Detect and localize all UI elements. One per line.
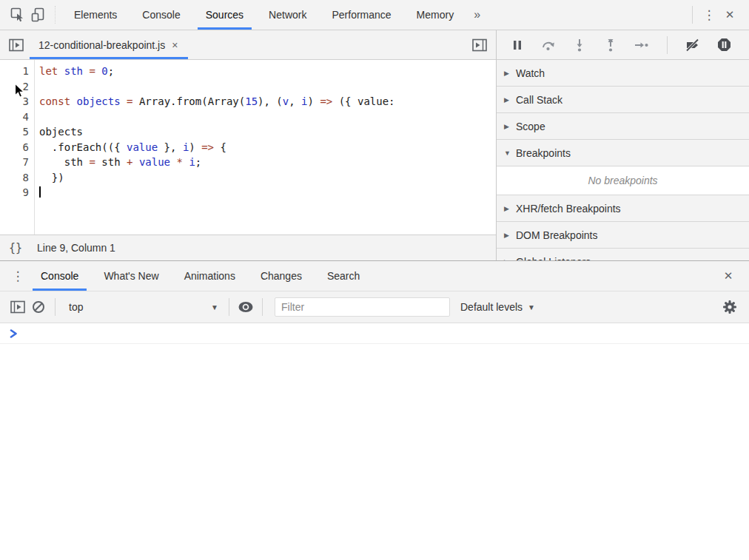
inspect-element-button[interactable] bbox=[7, 4, 28, 25]
step-into-button[interactable] bbox=[568, 35, 591, 55]
devtools-menu-button[interactable]: ⋮ bbox=[699, 4, 719, 25]
step-over-button[interactable] bbox=[537, 35, 560, 55]
console-messages-area[interactable] bbox=[0, 323, 749, 560]
show-navigator-button[interactable] bbox=[6, 35, 27, 55]
editor-line[interactable]: 7 sth = sth + value * i; bbox=[0, 155, 496, 170]
tab-memory[interactable]: Memory bbox=[404, 0, 467, 30]
create-live-expression-button[interactable] bbox=[235, 297, 256, 317]
line-number[interactable]: 1 bbox=[0, 64, 35, 79]
editor-line[interactable]: 2 bbox=[0, 79, 496, 95]
line-number[interactable]: 3 bbox=[0, 94, 35, 109]
file-tab-bar: 12-conditional-breakpoint.js × bbox=[0, 30, 496, 60]
console-settings-button[interactable] bbox=[719, 297, 740, 317]
sidebar-section-global-listeners[interactable]: ▶ Global Listeners bbox=[497, 249, 749, 260]
editor-line[interactable]: 3const objects = Array.from(Array(15), (… bbox=[0, 94, 496, 109]
sidebar-section-scope[interactable]: ▶ Scope bbox=[497, 113, 749, 140]
line-number[interactable]: 8 bbox=[0, 170, 35, 186]
pause-icon bbox=[511, 39, 523, 51]
code-text: const objects = Array.from(Array(15), (v… bbox=[35, 94, 395, 109]
editor-line[interactable]: 5objects bbox=[0, 124, 496, 140]
console-prompt[interactable] bbox=[0, 323, 749, 344]
line-number[interactable]: 6 bbox=[0, 140, 35, 155]
log-levels-value: Default levels bbox=[460, 301, 523, 313]
code-token: v bbox=[283, 95, 289, 107]
deactivate-breakpoints-button[interactable] bbox=[681, 35, 705, 55]
section-label: Global Listeners bbox=[516, 256, 591, 261]
code-token: { bbox=[214, 141, 226, 153]
more-tabs-button[interactable]: » bbox=[466, 8, 488, 21]
log-levels-selector[interactable]: Default levels ▼ bbox=[460, 301, 535, 313]
close-drawer-button[interactable]: ✕ bbox=[718, 266, 739, 286]
chevron-right-icon: ▶ bbox=[504, 232, 516, 239]
dropdown-arrow-icon: ▼ bbox=[211, 303, 218, 311]
editor-line[interactable]: 1let sth = 0; bbox=[0, 64, 496, 79]
console-filter-input[interactable] bbox=[275, 297, 450, 317]
sidebar-right-toggle-icon bbox=[471, 38, 488, 53]
editor-line[interactable]: 8 }) bbox=[0, 170, 496, 186]
show-debugger-sidebar-button[interactable] bbox=[469, 35, 490, 55]
toolbar-separator bbox=[55, 6, 56, 24]
line-number[interactable]: 7 bbox=[0, 155, 35, 170]
sidebar-section-xhr-fetch-breakpoints[interactable]: ▶ XHR/fetch Breakpoints bbox=[497, 195, 749, 222]
editor-line[interactable]: 9 bbox=[0, 185, 496, 200]
close-file-tab-icon[interactable]: × bbox=[172, 39, 178, 51]
panel-tabs: Elements Console Sources Network Perform… bbox=[61, 0, 488, 30]
eye-icon bbox=[238, 301, 254, 313]
drawer: ⋮ Console What's New Animations Changes … bbox=[0, 260, 749, 560]
sidebar-section-dom-breakpoints[interactable]: ▶ DOM Breakpoints bbox=[497, 222, 749, 249]
line-number[interactable]: 2 bbox=[0, 79, 35, 95]
line-number[interactable]: 4 bbox=[0, 109, 35, 125]
code-text: .forEach(({ value }, i) => { bbox=[35, 140, 226, 155]
section-label: XHR/fetch Breakpoints bbox=[516, 203, 621, 215]
code-token: , bbox=[289, 95, 301, 107]
console-toolbar: top ▼ Default levels ▼ bbox=[0, 291, 749, 323]
code-token: .forEach(({ bbox=[39, 141, 127, 153]
code-editor[interactable]: 1let sth = 0;23const objects = Array.fro… bbox=[0, 60, 496, 235]
drawer-tab-search[interactable]: Search bbox=[315, 261, 372, 291]
tab-sources[interactable]: Sources bbox=[193, 0, 256, 30]
toolbar-separator bbox=[692, 6, 693, 24]
line-number[interactable]: 9 bbox=[0, 185, 35, 200]
code-text bbox=[35, 185, 41, 200]
sources-panel: 12-conditional-breakpoint.js × 1let sth … bbox=[0, 30, 749, 260]
gear-icon bbox=[722, 300, 737, 314]
tab-network[interactable]: Network bbox=[256, 0, 319, 30]
debugger-toolbar bbox=[497, 30, 749, 60]
show-console-sidebar-button[interactable] bbox=[7, 297, 28, 317]
drawer-tab-whats-new[interactable]: What's New bbox=[91, 261, 171, 291]
editor-status-bar: {} Line 9, Column 1 bbox=[0, 235, 496, 260]
tab-elements[interactable]: Elements bbox=[61, 0, 130, 30]
drawer-tab-changes[interactable]: Changes bbox=[248, 261, 315, 291]
pause-on-exceptions-button[interactable] bbox=[712, 35, 736, 55]
close-devtools-button[interactable]: ✕ bbox=[719, 4, 740, 25]
sidebar-section-watch[interactable]: ▶ Watch bbox=[497, 60, 749, 87]
javascript-context-selector[interactable]: top ▼ bbox=[61, 301, 223, 313]
editor-line[interactable]: 6 .forEach(({ value }, i) => { bbox=[0, 140, 496, 155]
step-button[interactable] bbox=[630, 35, 654, 55]
sidebar-section-breakpoints[interactable]: ▼ Breakpoints bbox=[497, 140, 749, 166]
clear-console-button[interactable] bbox=[28, 297, 49, 317]
code-token: objects bbox=[77, 95, 121, 107]
chevron-down-icon: ▼ bbox=[504, 149, 516, 157]
drawer-tab-console[interactable]: Console bbox=[28, 261, 91, 291]
sidebar-left-toggle-icon bbox=[8, 38, 24, 53]
toggle-device-toolbar-button[interactable] bbox=[28, 4, 49, 25]
step-out-button[interactable] bbox=[599, 35, 622, 55]
sidebar-section-call-stack[interactable]: ▶ Call Stack bbox=[497, 87, 749, 113]
file-tab[interactable]: 12-conditional-breakpoint.js × bbox=[30, 30, 188, 59]
chevron-right-icon: ▶ bbox=[504, 123, 516, 130]
tab-console[interactable]: Console bbox=[130, 0, 192, 30]
inspect-cursor-icon bbox=[10, 7, 25, 22]
toolbar-separator bbox=[55, 298, 56, 316]
pause-script-button[interactable] bbox=[506, 35, 529, 55]
file-tab-label: 12-conditional-breakpoint.js bbox=[38, 39, 165, 51]
drawer-menu-button[interactable]: ⋮ bbox=[7, 266, 28, 286]
code-token bbox=[121, 95, 127, 107]
drawer-tab-animations[interactable]: Animations bbox=[172, 261, 248, 291]
deactivate-breakpoints-icon bbox=[685, 38, 700, 52]
tab-performance[interactable]: Performance bbox=[319, 0, 403, 30]
step-icon bbox=[634, 39, 649, 51]
editor-line[interactable]: 4 bbox=[0, 109, 496, 125]
line-number[interactable]: 5 bbox=[0, 124, 35, 140]
pretty-print-button[interactable]: {} bbox=[9, 241, 22, 254]
